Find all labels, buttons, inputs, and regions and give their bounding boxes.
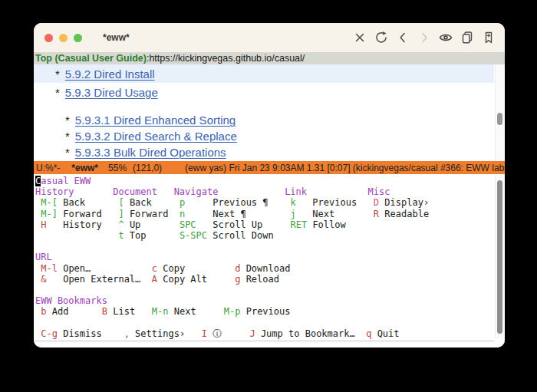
menu-item-label: Open External… [63,274,140,285]
menu-spacing [147,230,180,241]
menu-key[interactable]: C-g [41,328,58,339]
page-title: Top (Casual User Guide) [35,53,147,64]
menu-key[interactable]: ^ [118,219,124,230]
menu-key[interactable]: R [374,209,379,219]
menu-key[interactable]: M-n [152,306,169,317]
menu-line: H History ^ Up SPC Scroll Up RET Follow [35,219,505,230]
menu-key[interactable]: M-] [41,209,58,219]
traffic-lights [44,34,82,42]
menu-item-label: Settings› [135,328,185,339]
toc-row: *5.9.3 Dired Usage [34,83,505,101]
close-icon[interactable] [353,31,367,44]
menu-key[interactable]: c [152,263,157,274]
close-window-button[interactable] [44,34,53,42]
menu-line: M-l Open… c Copy d Download [35,263,505,274]
menu-spacing [185,209,212,219]
list-bullet-icon: * [65,146,70,159]
menu-key[interactable]: D [374,197,379,208]
titlebar-toolbar [353,31,496,44]
bookmark-add-icon[interactable] [482,31,496,44]
menu-spacing [46,219,63,230]
menu-spacing [140,274,151,285]
menu-spacing [262,219,290,230]
menu-item-label: Back [63,197,85,208]
menu-key[interactable]: A [152,274,157,285]
menu-spacing [124,197,130,208]
menu-spacing [185,263,235,274]
menu-item-label: Scroll Up [212,219,262,230]
eww-link[interactable]: 5.9.3 Dired Usage [65,86,158,99]
menu-key[interactable]: [ [118,197,124,208]
menu-spacing [102,328,124,339]
menu-spacing [168,209,179,219]
menu-key[interactable]: B [102,306,107,317]
menu-spacing [91,263,151,274]
menu-spacing [296,209,313,219]
window-titlebar: *eww* [34,23,505,52]
eww-link[interactable]: 5.9.3.1 Dired Enhanced Sorting [75,114,236,127]
menu-item-label: Readable [384,209,429,219]
menu-key[interactable]: I [202,328,207,339]
menu-spacing [296,197,313,208]
menu-key[interactable]: t [118,230,124,241]
menu-line: M-] Forward ] Forward n Next ¶ j Next R … [35,209,505,219]
menu-group-heading: Document [113,186,157,197]
back-icon[interactable] [396,31,410,44]
toc-row: *5.9.3.2 Dired Search & Replace [34,128,505,144]
scrollbar-thumb-top[interactable] [497,113,502,125]
menu-spacing [152,197,180,208]
menu-spacing [357,197,374,208]
window-title: *eww* [103,32,130,43]
copy-icon[interactable] [460,31,474,44]
menu-item-label: Previous ¶ [212,197,268,208]
menu-spacing [240,306,245,317]
menu-key[interactable]: SPC [180,219,196,230]
refresh-icon[interactable] [374,31,388,44]
menu-key[interactable]: k [290,197,295,208]
menu-item-label: Top [130,230,147,241]
eww-header-line: Top (Casual User Guide): https://kicking… [34,52,505,64]
menu-key[interactable]: , [124,328,130,339]
menu-item-label: Reload [246,274,279,285]
menu-line: M-[ Back [ Back p Previous ¶ k Previous … [35,197,505,208]
menu-item-label: History [63,219,102,230]
menu-item-label: Quit [377,328,400,339]
menu-spacing [255,328,261,339]
menu-key[interactable]: J [249,328,255,339]
menu-line: C-g Dismiss , Settings› I ⓘ J Jump to Bo… [35,328,505,339]
menu-key[interactable]: M-l [41,263,58,274]
minimize-window-button[interactable] [59,34,68,42]
menu-spacing [307,186,367,197]
menu-spacing [102,219,119,230]
zoom-window-button[interactable] [74,34,82,42]
menu-line: Casual EWW [35,176,505,186]
menu-key[interactable]: RET [290,219,307,230]
menu-key[interactable]: S-SPC [180,230,207,241]
eye-icon[interactable] [439,31,453,44]
mode-line-segment: (eww yas) Fri Jan 23 9:03AM 1.31 [0:07] … [185,163,505,173]
mode-line-segment: *eww* [71,163,98,173]
menu-spacing [355,328,366,339]
menu-key[interactable]: M-p [224,306,241,317]
menu-key[interactable]: ] [118,209,124,219]
eww-link[interactable]: 5.9.3.3 Bulk Dired Operations [75,146,226,159]
menu-line: & Open External… A Copy Alt g Reload [35,274,505,285]
menu-spacing [157,186,174,197]
menu-key[interactable]: M-[ [41,197,58,208]
menu-spacing [135,306,152,317]
eww-link[interactable]: 5.9.3.2 Dired Search & Replace [75,130,237,143]
eww-link[interactable]: 5.9.2 Dired Install [65,68,155,81]
mode-line-segment: 55% [108,163,127,173]
menu-line [35,285,505,295]
menu-spacing [124,230,130,241]
menu-item-label: Next ¶ [212,209,245,219]
forward-icon[interactable] [417,31,431,44]
menu-spacing [169,306,174,317]
menu-spacing [35,230,118,241]
list-bullet-icon: * [65,130,70,143]
menu-key[interactable]: j [290,209,295,219]
scrollbar-thumb-bottom[interactable] [497,180,502,334]
emacs-window: *eww* [34,23,505,348]
menu-item-label: Previous [312,197,357,208]
menu-spacing [196,219,213,230]
